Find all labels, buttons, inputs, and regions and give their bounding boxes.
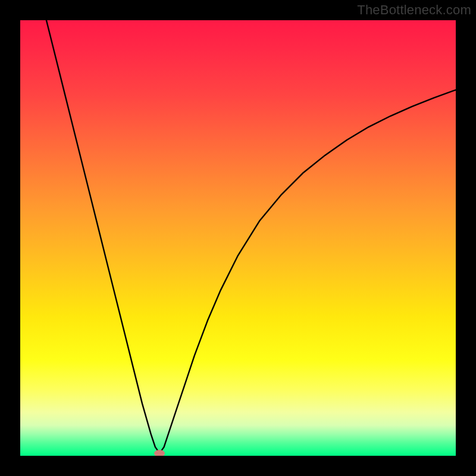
plot-area: [20, 20, 456, 456]
watermark-text: TheBottleneck.com: [357, 2, 471, 18]
chart-frame: TheBottleneck.com: [0, 0, 476, 476]
bottleneck-curve: [20, 20, 456, 456]
optimal-point-marker: [154, 450, 165, 456]
